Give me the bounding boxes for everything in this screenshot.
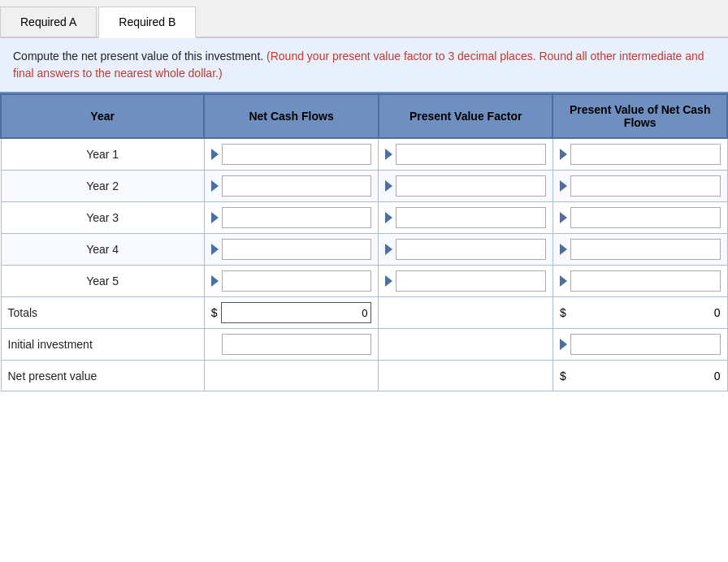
year-label: Year 1 [1,138,204,171]
pv-ncf-cell-5 [552,266,727,297]
pv-factor-cell-5 [379,266,553,297]
table-row: Year 4 [1,234,727,266]
col-header-pv-factor: Present Value Factor [379,94,553,138]
net-cash-flow-cell-1 [204,138,379,171]
pv-ncf-input-3[interactable] [570,207,721,228]
totals-row: Totals $ $ 0 [1,297,727,329]
npv-ncf-cell [204,361,379,391]
col-header-pv-net-cash: Present Value of Net Cash Flows [552,94,727,138]
tab-required-b[interactable]: Required B [98,6,196,38]
net-cash-input-3[interactable] [222,207,372,228]
pv-ncf-input-2[interactable] [570,175,721,197]
instruction-main-text: Compute the net present value of this in… [13,50,263,63]
initial-investment-ncf-cell [204,329,379,361]
npv-dollar: $ [560,370,566,383]
initial-investment-pv-factor-cell [379,329,553,361]
tab-required-a[interactable]: Required A [0,6,97,37]
table-row: Year 2 [1,171,727,202]
pv-factor-cell-4 [379,234,553,266]
pv-ncf-cell-1 [552,138,727,171]
net-cash-input-2[interactable] [222,175,372,197]
arrow-icon-1 [211,149,219,160]
totals-pv-cell: $ 0 [552,297,727,329]
instruction-banner: Compute the net present value of this in… [0,38,728,92]
year-label: Year 3 [1,202,204,234]
totals-net-cash-dollar: $ [211,306,218,319]
arrow-icon-3 [211,212,219,223]
pv-factor-input-4[interactable] [396,239,546,260]
arrow-icon-init-pv [560,339,567,350]
npv-table: Year Net Cash Flows Present Value Factor… [0,93,728,391]
totals-pv-dollar: $ [560,306,566,319]
pv-factor-input-2[interactable] [396,175,546,197]
totals-net-cash-input[interactable] [221,302,372,323]
arrow-icon-pv2 [385,180,392,192]
totals-pv-factor-cell [379,297,553,329]
totals-pv-value: 0 [570,306,721,319]
initial-investment-pv-cell [552,329,727,361]
totals-label: Totals [1,297,204,329]
npv-value: 0 [570,370,721,383]
net-cash-flow-cell-4 [204,234,379,266]
initial-investment-pv-input[interactable] [570,334,721,355]
npv-pv-cell: $ 0 [552,361,727,391]
year-label: Year 4 [1,234,204,266]
arrow-icon-5 [211,275,219,287]
col-header-year: Year [1,94,204,138]
arrow-icon-pv4 [385,244,392,255]
pv-ncf-cell-4 [552,234,727,266]
pv-ncf-input-5[interactable] [570,270,721,292]
arrow-icon-pvcf2 [560,180,567,192]
pv-ncf-input-1[interactable] [570,144,721,165]
arrow-icon-pvcf3 [560,212,567,223]
net-cash-flow-cell-3 [204,202,379,234]
tabs-container: Required A Required B [0,0,728,38]
net-cash-flow-cell-5 [204,266,379,297]
main-table-container: Year Net Cash Flows Present Value Factor… [0,92,728,391]
arrow-icon-4 [211,244,219,255]
pv-factor-cell-3 [379,202,553,234]
pv-ncf-cell-2 [552,171,727,202]
arrow-icon-pv1 [385,149,392,160]
initial-investment-label: Initial investment [1,329,204,361]
pv-factor-cell-2 [379,171,553,202]
npv-pv-factor-cell [379,361,553,391]
npv-row: Net present value $ 0 [1,361,727,391]
pv-factor-input-1[interactable] [396,144,546,165]
pv-ncf-input-4[interactable] [570,239,721,260]
initial-investment-row: Initial investment [1,329,727,361]
net-cash-flow-cell-2 [204,171,379,202]
pv-factor-input-5[interactable] [396,270,546,292]
pv-factor-cell-1 [379,138,553,171]
pv-factor-input-3[interactable] [396,207,546,228]
table-header-row: Year Net Cash Flows Present Value Factor… [1,94,727,138]
col-header-net-cash-flows: Net Cash Flows [204,94,379,138]
totals-net-cash-cell: $ [204,297,379,329]
table-row: Year 3 [1,202,727,234]
initial-investment-ncf-input[interactable] [222,334,372,355]
table-row: Year 5 [1,266,727,297]
net-cash-input-4[interactable] [222,239,372,260]
net-cash-input-1[interactable] [222,144,372,165]
arrow-icon-pv5 [385,275,392,287]
arrow-icon-2 [211,180,219,192]
pv-ncf-cell-3 [552,202,727,234]
table-row: Year 1 [1,138,727,171]
arrow-icon-pv3 [385,212,392,223]
net-cash-input-5[interactable] [222,270,372,292]
year-label: Year 2 [1,171,204,202]
year-label: Year 5 [1,266,204,297]
arrow-icon-pvcf5 [560,275,567,287]
arrow-icon-pvcf4 [560,244,567,255]
npv-label: Net present value [1,361,204,391]
arrow-icon-pvcf1 [560,149,567,160]
